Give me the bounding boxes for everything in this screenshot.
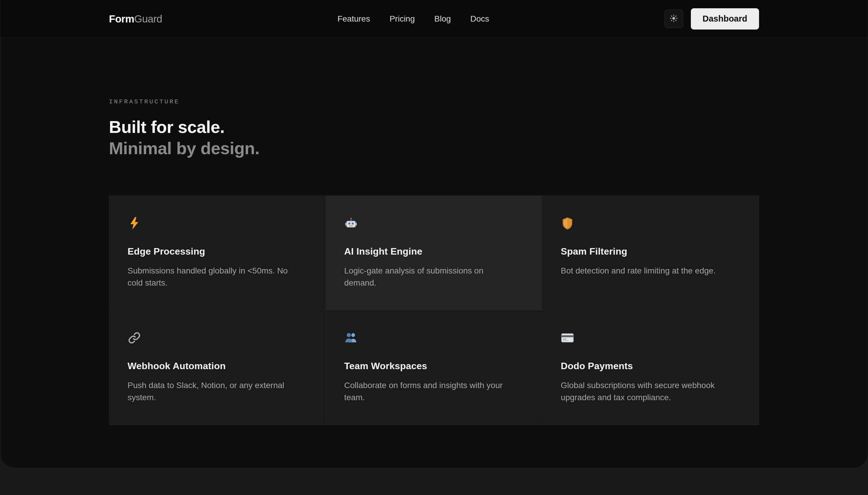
nav-link-blog[interactable]: Blog [434, 14, 451, 23]
feature-card-webhook-automation[interactable]: Webhook AutomationPush data to Slack, No… [109, 310, 326, 425]
theme-toggle-button[interactable] [664, 10, 683, 28]
brand-name-light: Guard [134, 13, 162, 24]
people-icon [344, 331, 524, 345]
feature-title: Spam Filtering [561, 246, 741, 257]
feature-card-spam-filtering[interactable]: Spam FilteringBot detection and rate lim… [542, 196, 759, 310]
feature-card-dodo-payments[interactable]: Dodo PaymentsGlobal subscriptions with s… [542, 310, 759, 425]
nav-right-group: Dashboard [664, 8, 759, 30]
hero-headline-line1: Built for scale. [109, 117, 225, 136]
feature-description: Logic-gate analysis of submissions on de… [344, 264, 516, 289]
feature-card-ai-insight-engine[interactable]: AI Insight EngineLogic-gate analysis of … [326, 196, 542, 310]
feature-description: Bot detection and rate limiting at the e… [561, 264, 732, 277]
lightning-icon [127, 217, 307, 231]
main-section: FormGuard FeaturesPricingBlogDocs Dashbo… [0, 0, 868, 468]
hero-eyebrow: INFRASTRUCTURE [109, 98, 759, 105]
link-icon [127, 331, 307, 345]
feature-title: AI Insight Engine [344, 246, 524, 257]
robot-icon [344, 217, 524, 231]
feature-title: Dodo Payments [561, 361, 741, 372]
features-grid: Edge ProcessingSubmissions handled globa… [109, 195, 759, 425]
feature-description: Global subscriptions with secure webhook… [561, 379, 732, 404]
hero-headline-line2: Minimal by design. [109, 138, 759, 159]
feature-description: Collaborate on forms and insights with y… [344, 379, 516, 404]
sun-icon [670, 14, 678, 23]
nav-links: FeaturesPricingBlogDocs [337, 14, 489, 23]
footer-strip [0, 468, 868, 495]
feature-title: Webhook Automation [127, 361, 307, 372]
feature-card-team-workspaces[interactable]: Team WorkspacesCollaborate on forms and … [326, 310, 542, 425]
credit-card-icon [561, 331, 741, 345]
brand-logo[interactable]: FormGuard [109, 13, 162, 25]
feature-description: Submissions handled globally in <50ms. N… [127, 264, 299, 289]
nav-link-docs[interactable]: Docs [470, 14, 489, 23]
feature-title: Edge Processing [127, 246, 307, 257]
top-nav: FormGuard FeaturesPricingBlogDocs Dashbo… [0, 0, 868, 38]
feature-card-edge-processing[interactable]: Edge ProcessingSubmissions handled globa… [109, 196, 326, 310]
nav-link-features[interactable]: Features [337, 14, 370, 23]
feature-title: Team Workspaces [344, 361, 524, 372]
dashboard-button[interactable]: Dashboard [691, 8, 759, 30]
hero-section: INFRASTRUCTURE Built for scale. Minimal … [0, 38, 868, 159]
nav-link-pricing[interactable]: Pricing [389, 14, 415, 23]
brand-name-bold: Form [109, 13, 134, 24]
feature-description: Push data to Slack, Notion, or any exter… [127, 379, 299, 404]
shield-icon [561, 217, 741, 231]
hero-headline: Built for scale. Minimal by design. [109, 116, 759, 159]
